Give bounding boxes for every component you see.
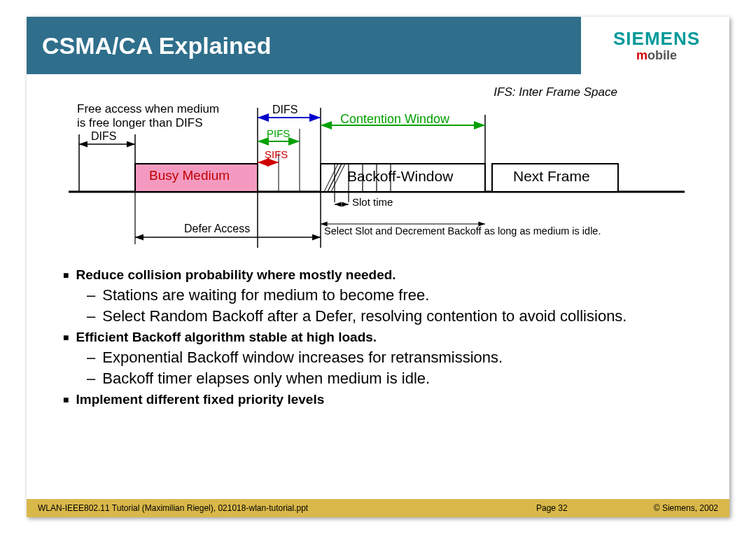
siemens-logo: SIEMENS [613,28,700,50]
difs-left-label: DIFS [91,130,116,143]
bullet-content: Reduce collision probability where mostl… [27,267,729,407]
busy-label: Busy Medium [149,168,230,183]
slide-title: CSMA/CA Explained [42,32,271,59]
slot-time-label: Slot time [352,196,393,208]
select-slot-note: Select Slot and Decrement Backoff as lon… [324,225,601,237]
bullet-1b: Select Random Backoff after a Defer, res… [87,307,693,326]
pifs-label: PIFS [267,127,290,139]
footer: WLAN-IEEE802.11 Tutorial (Maximilian Rie… [27,499,729,517]
backoff-label: Backoff-Window [347,168,453,185]
bullet-1a: Stations are waiting for medium to becom… [87,286,693,305]
bullet-3: Implement different fixed priority level… [63,392,693,407]
bullet-2b: Backoff timer elapses only when medium i… [87,369,693,388]
defer-label: Defer Access [184,223,250,235]
contention-label: Contention Window [340,112,449,127]
header: CSMA/CA Explained SIEMENS mobile [27,17,729,74]
next-frame-label: Next Frame [513,168,590,185]
logo-box: SIEMENS mobile [581,17,729,74]
sifs-label: SIFS [265,148,288,160]
bullet-2: Efficient Backoff algorithm stable at hi… [63,330,693,345]
title-bar: CSMA/CA Explained [27,17,581,74]
footer-left: WLAN-IEEE802.11 Tutorial (Maximilian Rie… [38,503,536,513]
bullet-1: Reduce collision probability where mostl… [63,267,693,283]
mobile-logo: mobile [636,48,677,63]
slide: CSMA/CA Explained SIEMENS mobile IFS: In… [27,17,729,517]
bullet-2a: Exponential Backoff window increases for… [87,348,693,367]
footer-copyright: © Siemens, 2002 [620,503,718,513]
difs-top-label: DIFS [272,104,298,116]
footer-page: Page 32 [536,503,620,513]
timing-diagram: IFS: Inter Frame Space Free access when … [69,87,701,262]
